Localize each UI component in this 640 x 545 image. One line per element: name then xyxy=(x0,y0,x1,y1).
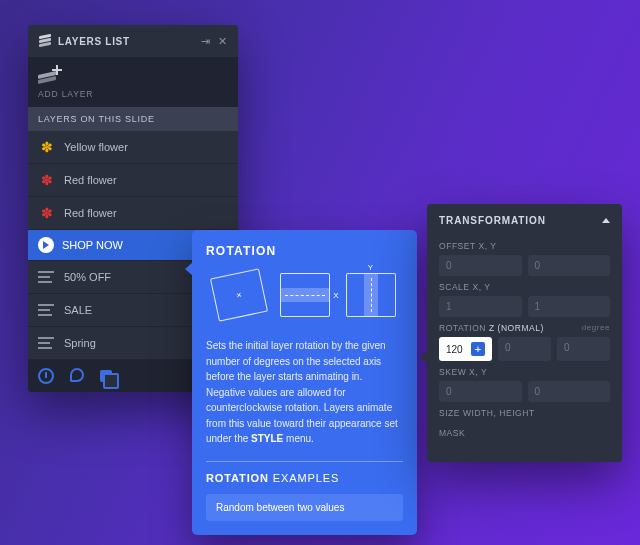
size-group: SIZE WIDTH, HEIGHT xyxy=(427,404,622,424)
rotation-z-diagram xyxy=(209,268,267,321)
rotation-x-input[interactable]: 0 xyxy=(498,337,551,361)
text-icon xyxy=(38,268,56,286)
add-layer-label: ADD LAYER xyxy=(38,89,228,99)
skew-y-input[interactable]: 0 xyxy=(528,381,611,402)
rotation-group: ROTATION Z (NORMAL) degree 120 + 0 0 xyxy=(427,319,622,363)
play-icon xyxy=(38,237,54,253)
plus-icon[interactable]: + xyxy=(471,342,485,356)
text-icon xyxy=(38,301,56,319)
layers-icon xyxy=(38,34,52,48)
collapse-icon xyxy=(602,218,610,223)
layers-panel-title: LAYERS LIST xyxy=(58,36,130,47)
transformation-panel: TRANSFORMATION OFFSET X, Y 0 0 SCALE X, … xyxy=(427,204,622,462)
duplicate-icon[interactable] xyxy=(100,370,112,382)
rotation-example-button[interactable]: Random between two values xyxy=(206,494,403,521)
magnet-icon[interactable] xyxy=(70,368,84,382)
layer-label: 50% OFF xyxy=(64,271,111,283)
transformation-title: TRANSFORMATION xyxy=(439,215,546,226)
pin-icon[interactable]: ⇥ xyxy=(201,35,211,48)
rotation-tooltip: ROTATION Sets the initial layer rotation… xyxy=(192,230,417,535)
layer-label: Yellow flower xyxy=(64,141,128,153)
scale-x-input[interactable]: 1 xyxy=(439,296,522,317)
rotation-examples-heading: ROTATION EXAMPLES xyxy=(206,472,403,484)
offset-group: OFFSET X, Y 0 0 xyxy=(427,237,622,278)
flower-icon: ✽ xyxy=(38,138,56,156)
rotation-description: Sets the initial layer rotation by the g… xyxy=(206,338,403,447)
scale-group: SCALE X, Y 1 1 xyxy=(427,278,622,319)
text-icon xyxy=(38,334,56,352)
rotation-x-diagram xyxy=(280,273,330,317)
offset-x-input[interactable]: 0 xyxy=(439,255,522,276)
layer-label: SHOP NOW xyxy=(62,239,123,251)
layers-panel-header: LAYERS LIST ⇥ ✕ xyxy=(28,25,238,57)
flower-icon: ✽ xyxy=(38,171,56,189)
layer-label: SALE xyxy=(64,304,92,316)
transformation-header[interactable]: TRANSFORMATION xyxy=(427,204,622,237)
history-icon[interactable] xyxy=(38,368,54,384)
flower-icon: ✽ xyxy=(38,204,56,222)
layer-row[interactable]: ✽ Red flower xyxy=(28,164,238,197)
rotation-diagrams xyxy=(206,268,403,322)
add-layer-button[interactable]: ADD LAYER xyxy=(28,57,238,107)
layer-row[interactable]: ✽ Yellow flower xyxy=(28,131,238,164)
mask-group: MASK xyxy=(427,424,622,444)
divider xyxy=(206,461,403,462)
layer-label: Spring xyxy=(64,337,96,349)
layer-label: Red flower xyxy=(64,174,117,186)
layers-section-header: LAYERS ON THIS SLIDE xyxy=(28,107,238,131)
skew-group: SKEW X, Y 0 0 xyxy=(427,363,622,404)
rotation-y-diagram xyxy=(346,273,396,317)
skew-x-input[interactable]: 0 xyxy=(439,381,522,402)
rotation-y-input[interactable]: 0 xyxy=(557,337,610,361)
layer-label: Red flower xyxy=(64,207,117,219)
rotation-title: ROTATION xyxy=(206,244,403,258)
close-icon[interactable]: ✕ xyxy=(218,35,228,48)
layer-row[interactable]: ✽ Red flower xyxy=(28,197,238,230)
rotation-z-input[interactable]: 120 + xyxy=(439,337,492,361)
offset-y-input[interactable]: 0 xyxy=(528,255,611,276)
scale-y-input[interactable]: 1 xyxy=(528,296,611,317)
